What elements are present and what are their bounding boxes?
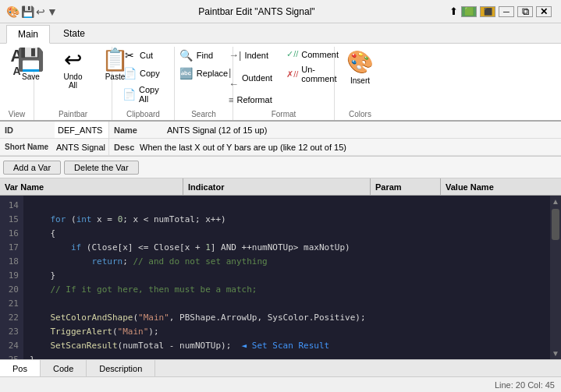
replace-icon: 🔤 bbox=[179, 67, 194, 79]
ribbon: A A View 💾 Save ↩ Undo All 📋 Paste bbox=[0, 44, 561, 122]
indent-button[interactable]: →| Indent bbox=[225, 47, 276, 63]
line-num-15: 15 bbox=[9, 213, 19, 227]
find-icon: 🔍 bbox=[179, 49, 194, 62]
code-line-24: SetScanResult(numTotal - numNOTUp); ◄ Se… bbox=[30, 339, 544, 353]
save-button[interactable]: 💾 Save bbox=[12, 47, 51, 83]
copy-label: Copy bbox=[140, 69, 160, 78]
window-controls: ⬆ 🟩 ⬛ ─ ⧉ ✕ bbox=[449, 5, 552, 17]
line-num-18: 18 bbox=[9, 255, 19, 269]
format-label: Format bbox=[233, 110, 334, 118]
title-bar: 🎨 💾 ↩ ▼ Paintbar Edit "ANTS Signal" ⬆ 🟩 … bbox=[0, 0, 561, 23]
line-num-14: 14 bbox=[9, 199, 19, 213]
palette-icon: 🎨 bbox=[346, 49, 374, 75]
code-editor: 14 15 16 17 18 19 20 21 22 23 24 25 for … bbox=[0, 196, 561, 359]
insert-button[interactable]: 🎨 Insert bbox=[341, 47, 380, 87]
line-num-19: 19 bbox=[9, 269, 19, 283]
var-header-param: Param bbox=[371, 178, 441, 195]
reformat-label: Reformat bbox=[236, 95, 272, 104]
replace-button[interactable]: 🔤 Replace bbox=[176, 65, 232, 82]
name-field: Name ANTS Signal (12 of 15 up) bbox=[109, 122, 561, 138]
ribbon-tabs: Main State bbox=[0, 23, 561, 44]
code-line-15: for (int x = 0; x < numTotal; x++) bbox=[30, 213, 544, 227]
undo-all-button[interactable]: ↩ Undo All bbox=[54, 47, 93, 92]
copy-icon: 📄 bbox=[122, 67, 137, 79]
add-var-button[interactable]: Add a Var bbox=[3, 161, 61, 175]
name-label: Name bbox=[109, 125, 164, 135]
code-content[interactable]: for (int x = 0; x < numTotal; x++) { if … bbox=[23, 196, 550, 359]
insert-label: Insert bbox=[350, 76, 370, 85]
outdent-button[interactable]: |← Outdent bbox=[225, 64, 276, 92]
id-name-row: ID DEF_ANTS Name ANTS Signal (12 of 15 u… bbox=[0, 122, 561, 139]
outdent-icon: |← bbox=[229, 66, 239, 90]
var-header-name: Var Name bbox=[0, 178, 183, 195]
restore-button[interactable]: ⬛ bbox=[480, 6, 495, 17]
code-wrapper: 14 15 16 17 18 19 20 21 22 23 24 25 for … bbox=[0, 196, 561, 359]
title-text: Paintbar Edit "ANTS Signal" bbox=[64, 6, 449, 17]
scroll-thumb[interactable] bbox=[552, 209, 559, 240]
tab-main[interactable]: Main bbox=[6, 25, 50, 44]
desc-field: Desc When the last X out of Y bars are u… bbox=[109, 139, 561, 155]
format-buttons: →| Indent |← Outdent ≡ Reformat ✓// bbox=[225, 47, 343, 120]
tab-description[interactable]: Description bbox=[87, 360, 155, 376]
copy-all-button[interactable]: 📄 Copy All bbox=[119, 83, 168, 106]
restore-window-button[interactable]: ⧉ bbox=[517, 6, 533, 17]
scroll-down-arrow[interactable]: ▼ bbox=[552, 348, 559, 359]
search-buttons: 🔍 Find 🔤 Replace bbox=[176, 47, 232, 120]
cut-button[interactable]: ✂ Cut bbox=[119, 47, 168, 64]
cut-label: Cut bbox=[140, 51, 153, 60]
shortname-desc-row: Short Name ANTS Signal Desc When the las… bbox=[0, 139, 561, 156]
indent-label: Indent bbox=[244, 51, 268, 60]
ribbon-section-colors: 🎨 Insert Colors bbox=[335, 47, 385, 120]
line-num-23: 23 bbox=[9, 325, 19, 339]
annotation-arrow: ◄ Set Scan Result bbox=[242, 341, 330, 351]
minimize-button[interactable]: ─ bbox=[499, 6, 514, 17]
reformat-button[interactable]: ≡ Reformat bbox=[225, 93, 276, 107]
id-value[interactable]: DEF_ANTS bbox=[55, 122, 108, 138]
line-num-21: 21 bbox=[9, 297, 19, 311]
colors-buttons: 🎨 Insert bbox=[341, 47, 380, 120]
code-line-14 bbox=[30, 199, 544, 213]
shortname-label: Short Name bbox=[0, 143, 55, 151]
app-icon: 🎨 bbox=[6, 5, 20, 18]
undo-quick-icon[interactable]: ↩ bbox=[36, 5, 45, 18]
comment-icon: ✓// bbox=[286, 49, 298, 59]
app: 🎨 💾 ↩ ▼ Paintbar Edit "ANTS Signal" ⬆ 🟩 … bbox=[0, 0, 561, 392]
paintbar-label: Paintbar bbox=[34, 110, 112, 118]
bottom-tabs: Pos Code Description bbox=[0, 359, 561, 376]
find-label: Find bbox=[197, 51, 213, 60]
close-button[interactable]: ✕ bbox=[536, 6, 552, 17]
undo-icon: ↩ bbox=[64, 49, 82, 71]
find-button[interactable]: 🔍 Find bbox=[176, 47, 232, 64]
scrollbar-vertical[interactable]: ▲ ▼ bbox=[550, 196, 561, 359]
tab-state[interactable]: State bbox=[51, 24, 97, 43]
var-header-indicator: Indicator bbox=[183, 178, 371, 195]
save-quick-icon[interactable]: 💾 bbox=[21, 5, 34, 18]
name-value[interactable]: ANTS Signal (12 of 15 up) bbox=[164, 125, 270, 135]
copy-button[interactable]: 📄 Copy bbox=[119, 65, 168, 82]
tab-code[interactable]: Code bbox=[41, 360, 87, 376]
uncomment-button[interactable]: ✗// Un-comment bbox=[282, 62, 343, 86]
indent-icon: →| bbox=[229, 49, 241, 61]
code-line-20: // If it got here, then must be a match; bbox=[30, 283, 544, 297]
cut-icon: ✂ bbox=[122, 49, 137, 62]
code-line-17: if (Close[x] <= Close[x + 1] AND ++numNO… bbox=[30, 241, 544, 255]
tab-pos[interactable]: Pos bbox=[0, 360, 41, 376]
maximize-button[interactable]: 🟩 bbox=[461, 6, 477, 17]
colors-label: Colors bbox=[335, 110, 385, 118]
scroll-up-arrow[interactable]: ▲ bbox=[552, 196, 559, 207]
help-icon[interactable]: ⬆ bbox=[449, 5, 458, 17]
id-label: ID bbox=[0, 125, 55, 135]
delete-var-button[interactable]: Delete the Var bbox=[64, 161, 139, 175]
uncomment-icon: ✗// bbox=[286, 69, 298, 79]
copy-all-label: Copy All bbox=[139, 85, 164, 104]
comment-button[interactable]: ✓// Comment bbox=[282, 47, 343, 62]
var-header-value: Value Name bbox=[441, 178, 561, 195]
line-num-20: 20 bbox=[9, 283, 19, 297]
quick-access-dropdown[interactable]: ▼ bbox=[47, 5, 58, 18]
reformat-icon: ≡ bbox=[229, 95, 233, 104]
clipboard-buttons: ✂ Cut 📄 Copy 📄 Copy All bbox=[119, 47, 168, 120]
shortname-value[interactable]: ANTS Signal bbox=[55, 143, 107, 152]
code-line-16: { bbox=[30, 227, 544, 241]
uncomment-label: Un-comment bbox=[301, 65, 339, 83]
desc-value[interactable]: When the last X out of Y bars are up (li… bbox=[137, 143, 350, 152]
